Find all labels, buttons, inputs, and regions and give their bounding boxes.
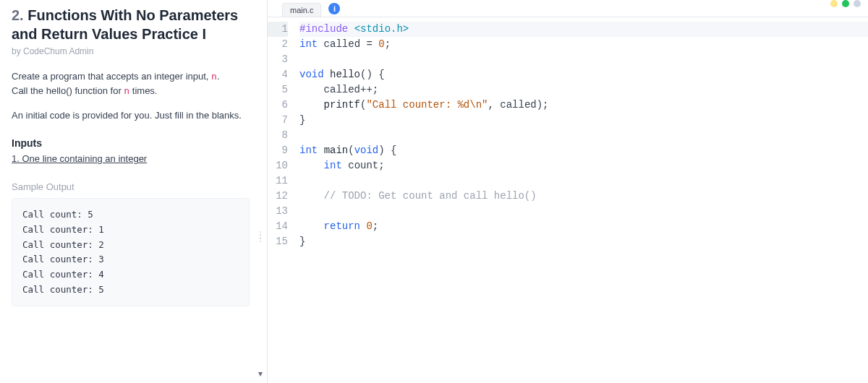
- line-number: 6: [268, 98, 288, 113]
- code-line[interactable]: return 0;: [299, 219, 868, 234]
- problem-number: 2.: [12, 7, 24, 23]
- sample-output-box: Call count: 5 Call counter: 1 Call count…: [12, 198, 250, 306]
- code-line[interactable]: [299, 52, 868, 67]
- code-line[interactable]: // TODO: Get count and call hello(): [299, 189, 868, 204]
- code-line[interactable]: }: [299, 234, 868, 249]
- code-line[interactable]: #include <stdio.h>: [299, 22, 868, 37]
- code-line[interactable]: void hello() {: [299, 67, 868, 82]
- editor-panel: main.c i ⋮⋮ 123456789101112131415 #inclu…: [268, 0, 868, 383]
- code-editor[interactable]: ⋮⋮ 123456789101112131415 #include <stdio…: [268, 17, 868, 383]
- problem-byline: by CodeChum Admin: [12, 46, 250, 56]
- problem-title-text: Functions With No Parameters and Return …: [12, 7, 238, 42]
- editor-tab-bar: main.c i: [268, 0, 868, 17]
- problem-panel: 2. Functions With No Parameters and Retu…: [0, 0, 268, 383]
- status-dot-yellow-icon: [830, 0, 838, 7]
- code-line[interactable]: called++;: [299, 82, 868, 98]
- code-area[interactable]: #include <stdio.h>int called = 0; void h…: [295, 22, 868, 383]
- line-number: 10: [268, 158, 288, 173]
- inputs-line: 1. One line containing an integer: [12, 153, 250, 164]
- line-number: 12: [268, 189, 288, 204]
- line-number: 1: [268, 22, 288, 37]
- inputs-heading: Inputs: [12, 137, 250, 149]
- code-line[interactable]: int count;: [299, 158, 868, 173]
- line-number: 7: [268, 113, 288, 128]
- gutter-drag-icon[interactable]: ⋮⋮: [256, 234, 265, 240]
- line-number: 3: [268, 52, 288, 67]
- status-dot-green-icon: [842, 0, 849, 7]
- sample-output-label: Sample Output: [12, 181, 250, 192]
- problem-title: 2. Functions With No Parameters and Retu…: [12, 6, 250, 43]
- info-icon[interactable]: i: [328, 3, 340, 14]
- status-dot-grey-icon: [854, 0, 861, 7]
- line-number: 8: [268, 128, 288, 143]
- code-line[interactable]: printf("Call counter: %d\n", called);: [299, 98, 868, 113]
- code-line[interactable]: [299, 204, 868, 219]
- line-number: 15: [268, 234, 288, 249]
- code-line[interactable]: int main(void) {: [299, 143, 868, 158]
- code-line[interactable]: int called = 0;: [299, 37, 868, 52]
- code-line[interactable]: }: [299, 113, 868, 128]
- code-line[interactable]: [299, 173, 868, 189]
- problem-desc-1: Create a program that accepts an integer…: [12, 69, 250, 98]
- line-number: 5: [268, 82, 288, 98]
- line-number: 11: [268, 173, 288, 189]
- line-number: 9: [268, 143, 288, 158]
- code-line[interactable]: [299, 128, 868, 143]
- chevron-down-icon[interactable]: ▾: [258, 369, 263, 379]
- line-number: 14: [268, 219, 288, 234]
- line-number-gutter: ⋮⋮ 123456789101112131415: [268, 22, 295, 383]
- line-number: 2: [268, 37, 288, 52]
- line-number: 13: [268, 204, 288, 219]
- window-status-dots: [830, 0, 861, 7]
- file-tab-main[interactable]: main.c: [282, 3, 321, 17]
- line-number: 4: [268, 67, 288, 82]
- problem-desc-2: An initial code is provided for you. Jus…: [12, 108, 250, 123]
